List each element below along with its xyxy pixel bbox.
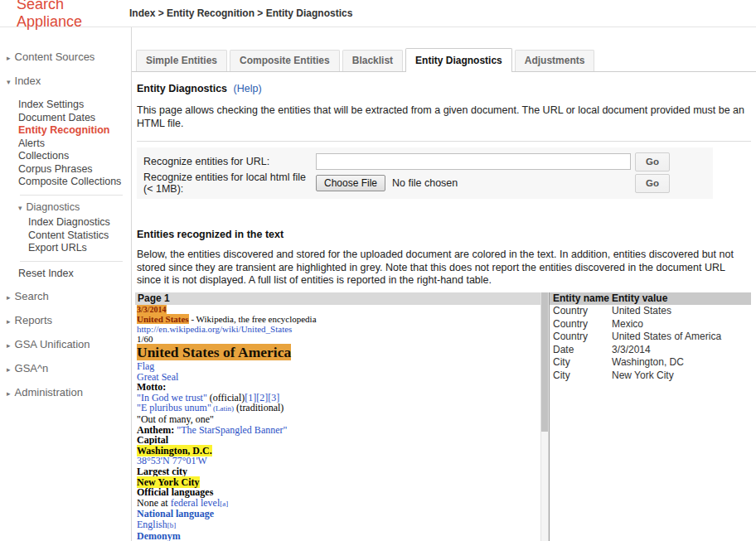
sidebar-item-label: Collections <box>18 150 69 162</box>
entity-table: Entity nameEntity valueCountryUnited Sta… <box>549 292 751 541</box>
section-description: Below, the entities discovered and store… <box>137 249 751 287</box>
sidebar-item-document-dates[interactable]: Document Dates <box>0 112 131 125</box>
help-link[interactable]: (Help) <box>234 83 262 94</box>
chevron-right-icon: ▸ <box>7 54 11 62</box>
entity-table-header-cell: Entity value <box>610 292 667 306</box>
sidebar-item-composite-collections[interactable]: Composite Collections <box>0 176 131 189</box>
sidebar-item-corpus-phrases[interactable]: Corpus Phrases <box>0 163 131 176</box>
doc-link[interactable]: Demonym <box>137 530 181 541</box>
entity-table-row: CountryUnited States of America <box>550 331 751 344</box>
doc-line: National language <box>135 509 540 519</box>
sidebar-item-gsa-unification[interactable]: ▸GSA Unification <box>0 338 131 352</box>
doc-link[interactable]: federal level <box>171 497 220 509</box>
sidebar-item-export-urls[interactable]: Export URLs <box>0 242 131 255</box>
doc-line: 38°53'N 77°01'W <box>135 456 540 466</box>
doc-line: 1/60 <box>135 334 540 344</box>
sidebar-item-label: Composite Collections <box>18 176 121 187</box>
tab-blacklist[interactable]: Blacklist <box>342 50 403 71</box>
chevron-down-icon: ▾ <box>18 204 22 212</box>
sidebar-item-entity-recognition[interactable]: Entity Recognition <box>0 124 131 138</box>
doc-line: Flag <box>135 361 540 372</box>
entity-name-cell: City <box>550 370 610 383</box>
tab-composite-entities[interactable]: Composite Entities <box>230 50 340 71</box>
entity-value-cell: Washington, DC <box>610 356 684 370</box>
sidebar-item-search[interactable]: ▸Search <box>0 290 131 304</box>
doc-link[interactable]: [a] <box>220 500 228 508</box>
page-title-row: Entity Diagnostics (Help) <box>137 83 751 94</box>
entity-name-cell: Date <box>550 344 610 357</box>
chevron-right-icon: ▸ <box>7 293 11 302</box>
doc-link[interactable]: "The StarSpangled Banner" <box>177 424 287 436</box>
sidebar-item-administration[interactable]: ▸Administration <box>0 386 131 400</box>
chevron-right-icon: ▸ <box>7 365 11 374</box>
url-go-button[interactable]: Go <box>635 152 670 171</box>
recognized-entity: United States <box>137 314 189 324</box>
results-area: Page 1 3/3/2014United States - Wikipedia… <box>135 292 751 541</box>
tab-content: Entity Diagnostics (Help) This page allo… <box>132 83 756 541</box>
doc-link[interactable]: (Latin) <box>211 404 234 413</box>
sidebar-item-label: Entity Recognition <box>18 124 109 136</box>
doc-link[interactable]: "E pluribus unum" <box>137 402 211 413</box>
sidebar-item-label: Document Dates <box>18 112 95 123</box>
sidebar-item-label: Search <box>15 290 49 302</box>
tab-simple-entities[interactable]: Simple Entities <box>136 50 227 71</box>
doc-line: United States - Wikipedia, the free ency… <box>135 314 540 324</box>
sidebar-item-gsa-n[interactable]: ▸GSA^n <box>0 362 131 376</box>
url-form-row: Recognize entities for URL: Go <box>143 151 670 172</box>
doc-text: None at <box>137 497 171 509</box>
sidebar-item-label: GSA^n <box>15 362 49 374</box>
doc-page-header: Page 1 <box>135 292 540 305</box>
entity-table-row: CountryUnited States <box>550 305 751 318</box>
sidebar-item-alerts[interactable]: Alerts <box>0 138 131 151</box>
file-go-button[interactable]: Go <box>635 174 670 193</box>
doc-link[interactable]: http://en.wikipedia.org/wiki/United_Stat… <box>137 324 292 334</box>
doc-line: Capital <box>135 435 540 446</box>
sidebar-item-index-diagnostics[interactable]: Index Diagnostics <box>0 216 131 229</box>
sidebar-item-reports[interactable]: ▸Reports <box>0 314 131 328</box>
sidebar-item-index[interactable]: ▾Index <box>0 75 131 89</box>
entity-table-row: CityNew York City <box>550 370 751 383</box>
page-description: This page allows checking the entities t… <box>137 104 751 130</box>
doc-text: Largest city <box>137 466 187 477</box>
doc-scrollbar[interactable] <box>540 292 549 541</box>
entity-name-cell: Country <box>550 318 610 331</box>
scrollbar-thumb[interactable] <box>541 292 548 432</box>
sidebar-item-label: Index Diagnostics <box>28 216 110 228</box>
entity-value-cell: 3/3/2014 <box>610 344 651 357</box>
tab-entity-diagnostics[interactable]: Entity Diagnostics <box>405 48 512 72</box>
doc-line: English[b] <box>135 519 540 531</box>
doc-line: Demonym <box>135 531 540 541</box>
sidebar-divider <box>20 261 123 262</box>
entity-value-cell: United States <box>610 305 671 318</box>
app-logo[interactable]: Search Appliance <box>17 0 127 31</box>
sidebar-item-content-statistics[interactable]: Content Statistics <box>0 229 131 243</box>
doc-line: Largest city <box>135 466 540 477</box>
entity-name-cell: Country <box>550 331 610 344</box>
doc-line: "E pluribus unum" (Latin) (traditional) <box>135 403 540 414</box>
entity-table-header-cell: Entity name <box>550 292 610 306</box>
sidebar-item-collections[interactable]: Collections <box>0 150 131 163</box>
sidebar-item-index-settings[interactable]: Index Settings <box>0 99 131 112</box>
doc-text: (traditional) <box>234 402 284 413</box>
entity-table-row: CityWashington, DC <box>550 356 751 370</box>
recognition-form: Recognize entities for URL: Go Recognize… <box>137 147 713 199</box>
doc-line: United States of America <box>135 344 540 361</box>
entity-table-row: Date3/3/2014 <box>550 344 751 357</box>
sidebar-item-label: Export URLs <box>28 242 87 254</box>
tab-adjustments[interactable]: Adjustments <box>515 50 595 71</box>
doc-link[interactable]: English <box>137 519 167 530</box>
choose-file-button[interactable]: Choose File <box>316 175 385 191</box>
app-header: Search Appliance Index > Entity Recognit… <box>0 0 756 27</box>
sidebar-divider <box>20 195 123 196</box>
doc-line: http://en.wikipedia.org/wiki/United_Stat… <box>135 324 540 334</box>
file-form-row: Recognize entities for local html file (… <box>143 172 670 194</box>
doc-link[interactable]: [b] <box>167 521 177 529</box>
section-title: Entities recognized in the text <box>137 229 751 240</box>
sidebar-item-diagnostics[interactable]: ▾Diagnostics <box>0 201 131 215</box>
sidebar-item-content-sources[interactable]: ▸Content Sources <box>0 51 131 65</box>
sidebar-item-label: Reports <box>15 314 53 326</box>
doc-text-body: 3/3/2014United States - Wikipedia, the f… <box>135 305 540 541</box>
url-input[interactable] <box>316 153 631 170</box>
recognized-entity: 3/3/2014 <box>137 305 167 314</box>
sidebar-item-reset-index[interactable]: Reset Index <box>0 268 131 281</box>
